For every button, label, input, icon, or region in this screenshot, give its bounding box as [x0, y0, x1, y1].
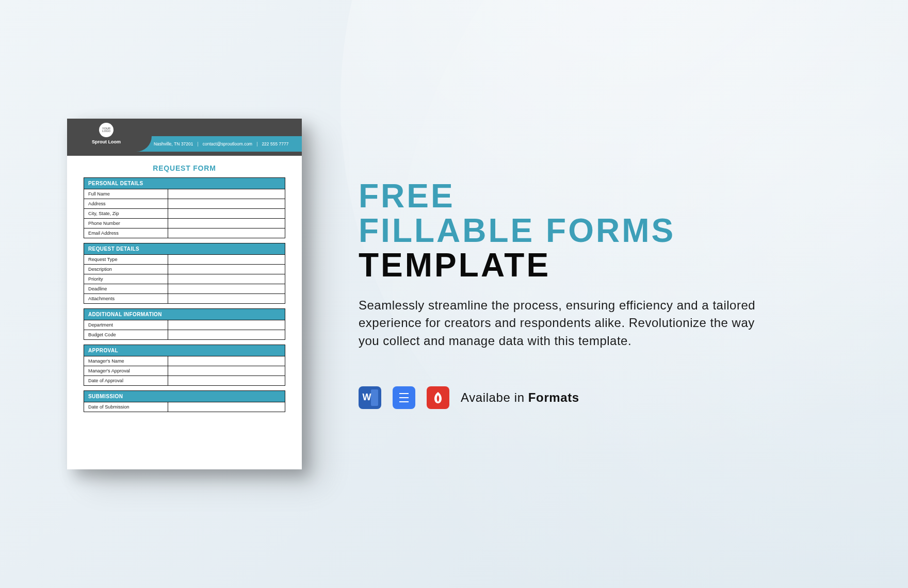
description-text: Seamlessly streamline the process, ensur… — [359, 297, 761, 350]
field-value — [168, 189, 285, 199]
field-label: Address — [84, 199, 168, 208]
section-header: PERSONAL DETAILS — [84, 178, 285, 189]
field-value — [168, 320, 285, 330]
section-header: ADDITIONAL INFORMATION — [84, 309, 285, 320]
field-label: Date of Submission — [84, 402, 168, 412]
field-label: Full Name — [84, 189, 168, 199]
table-row: Phone Number — [84, 218, 285, 228]
section-submission: SUBMISSION Date of Submission — [84, 390, 285, 412]
field-value — [168, 199, 285, 208]
field-label: Email Address — [84, 228, 168, 238]
field-label: Attachments — [84, 294, 168, 303]
field-value — [168, 219, 285, 228]
field-value — [168, 284, 285, 293]
contact-email: contact@sproutloom.com — [203, 141, 252, 146]
field-label: Priority — [84, 274, 168, 284]
logo-placeholder: YOUR LOGO — [99, 123, 113, 137]
field-value — [168, 376, 285, 385]
headline-line-1: FREE — [359, 179, 807, 214]
separator: | — [256, 141, 257, 146]
field-value — [168, 366, 285, 375]
field-value — [168, 274, 285, 284]
headline-line-2: FILLABLE FORMS — [359, 214, 807, 248]
formats-label: Availabe in Formats — [461, 390, 579, 405]
field-value — [168, 209, 285, 218]
company-name: Sprout Loom — [92, 139, 121, 144]
section-request-details: REQUEST DETAILS Request Type Description… — [84, 243, 285, 304]
logo-block: YOUR LOGO Sprout Loom — [92, 123, 121, 144]
table-row: Date of Approval — [84, 375, 285, 385]
section-approval: APPROVAL Manager's Name Manager's Approv… — [84, 345, 285, 386]
table-row: Department — [84, 320, 285, 330]
table-row: Priority — [84, 274, 285, 284]
section-header: SUBMISSION — [84, 391, 285, 402]
formats-label-prefix: Availabe in — [461, 390, 528, 404]
section-personal-details: PERSONAL DETAILS Full Name Address City,… — [84, 177, 285, 238]
field-label: Deadline — [84, 284, 168, 293]
doc-header-contact-bar: Nashville, TN 37201 | contact@sproutloom… — [134, 136, 302, 152]
field-value — [168, 228, 285, 238]
section-additional-info: ADDITIONAL INFORMATION Department Budget… — [84, 308, 285, 340]
section-header: APPROVAL — [84, 345, 285, 356]
content-stage: Nashville, TN 37201 | contact@sproutloom… — [0, 0, 908, 588]
form-title: REQUEST FORM — [84, 164, 285, 172]
table-row: City, State, Zip — [84, 208, 285, 218]
promo-column: FREE FILLABLE FORMS TEMPLATE Seamlessly … — [353, 179, 807, 409]
table-row: Budget Code — [84, 330, 285, 339]
table-row: Manager's Approval — [84, 366, 285, 375]
google-docs-icon — [393, 386, 415, 409]
table-row: Email Address — [84, 228, 285, 238]
contact-address: Nashville, TN 37201 — [154, 141, 193, 146]
template-preview-card: Nashville, TN 37201 | contact@sproutloom… — [67, 119, 302, 469]
word-icon: W — [359, 386, 381, 409]
table-row: Request Type — [84, 254, 285, 264]
field-label: Budget Code — [84, 330, 168, 339]
field-label: Phone Number — [84, 219, 168, 228]
field-label: City, State, Zip — [84, 209, 168, 218]
field-label: Department — [84, 320, 168, 330]
pdf-icon — [427, 386, 449, 409]
table-row: Full Name — [84, 189, 285, 199]
table-row: Attachments — [84, 293, 285, 303]
field-label: Manager's Name — [84, 356, 168, 366]
field-value — [168, 294, 285, 303]
field-value — [168, 356, 285, 366]
section-header: REQUEST DETAILS — [84, 243, 285, 254]
field-value — [168, 265, 285, 274]
field-value — [168, 330, 285, 339]
headline-line-3: TEMPLATE — [359, 248, 807, 283]
field-label: Manager's Approval — [84, 366, 168, 375]
separator: | — [197, 141, 198, 146]
doc-body: REQUEST FORM PERSONAL DETAILS Full Name … — [84, 163, 285, 460]
table-row: Date of Submission — [84, 402, 285, 412]
field-value — [168, 255, 285, 264]
table-row: Deadline — [84, 284, 285, 293]
formats-label-bold: Formats — [528, 390, 579, 404]
field-label: Description — [84, 265, 168, 274]
contact-phone: 222 555 7777 — [262, 141, 288, 146]
table-row: Manager's Name — [84, 356, 285, 366]
table-row: Address — [84, 199, 285, 208]
table-row: Description — [84, 264, 285, 274]
field-value — [168, 402, 285, 412]
field-label: Date of Approval — [84, 376, 168, 385]
formats-row: W Availabe in Formats — [359, 386, 807, 409]
field-label: Request Type — [84, 255, 168, 264]
pdf-glyph-icon — [432, 391, 444, 404]
